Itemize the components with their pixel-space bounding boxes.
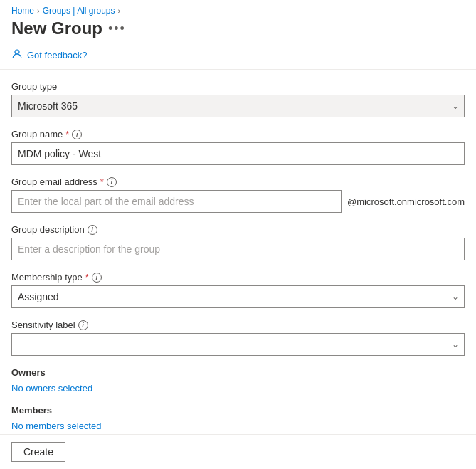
form-content: Group type Microsoft 365 Security Mail-e… — [0, 70, 476, 434]
membership-type-label: Membership type * i — [11, 272, 465, 283]
footer-bar: Create — [0, 434, 476, 469]
group-email-required: * — [100, 176, 104, 187]
email-domain: @microsoft.onmicrosoft.com — [347, 196, 465, 207]
membership-type-select-wrapper: Assigned Dynamic User Dynamic Device ⌄ — [11, 285, 465, 308]
owners-section-title: Owners — [11, 367, 465, 378]
create-button[interactable]: Create — [11, 442, 65, 462]
group-name-input[interactable] — [11, 142, 465, 165]
membership-type-select[interactable]: Assigned Dynamic User Dynamic Device — [11, 285, 465, 308]
page-title: New Group — [11, 19, 102, 38]
sensitivity-label-info-icon[interactable]: i — [78, 320, 88, 330]
breadcrumb-home[interactable]: Home — [11, 6, 34, 16]
no-owners-link[interactable]: No owners selected — [11, 383, 92, 394]
group-email-field: Group email address * i @microsoft.onmic… — [11, 176, 465, 213]
page-header: New Group ••• — [0, 16, 476, 44]
membership-type-field: Membership type * i Assigned Dynamic Use… — [11, 272, 465, 308]
svg-point-0 — [15, 50, 19, 54]
breadcrumb: Home › Groups | All groups › — [0, 0, 476, 16]
breadcrumb-groups[interactable]: Groups | All groups — [43, 6, 115, 16]
owners-section: Owners No owners selected — [11, 367, 465, 394]
sensitivity-label-select[interactable] — [11, 333, 465, 356]
group-name-field: Group name * i — [11, 129, 465, 165]
group-description-field: Group description i — [11, 224, 465, 260]
membership-type-required: * — [85, 272, 89, 283]
page-container: Home › Groups | All groups › New Group •… — [0, 0, 476, 469]
membership-type-info-icon[interactable]: i — [92, 273, 102, 283]
group-name-info-icon[interactable]: i — [72, 130, 82, 139]
group-description-input[interactable] — [11, 238, 465, 260]
members-section-title: Members — [11, 405, 465, 416]
members-section: Members No members selected — [11, 405, 465, 431]
group-type-label: Group type — [11, 81, 465, 92]
feedback-icon — [11, 48, 23, 62]
feedback-bar[interactable]: Got feedback? — [0, 44, 476, 70]
breadcrumb-sep-2: › — [118, 6, 121, 15]
breadcrumb-sep-1: › — [37, 6, 40, 15]
group-description-info-icon[interactable]: i — [88, 225, 97, 235]
feedback-label: Got feedback? — [27, 50, 88, 60]
group-email-input[interactable] — [11, 190, 342, 213]
group-name-label: Group name * i — [11, 129, 465, 139]
sensitivity-label-field: Sensitivity label i ⌄ — [11, 320, 465, 356]
group-type-field: Group type Microsoft 365 Security Mail-e… — [11, 81, 465, 117]
email-row: @microsoft.onmicrosoft.com — [11, 190, 465, 213]
group-email-info-icon[interactable]: i — [107, 177, 117, 187]
more-options-icon[interactable]: ••• — [108, 21, 126, 36]
sensitivity-label-select-wrapper: ⌄ — [11, 333, 465, 356]
group-type-select[interactable]: Microsoft 365 Security Mail-enabled secu… — [11, 95, 465, 117]
group-type-select-wrapper: Microsoft 365 Security Mail-enabled secu… — [11, 95, 465, 117]
group-name-required: * — [65, 129, 69, 139]
group-email-label: Group email address * i — [11, 176, 465, 187]
group-description-label: Group description i — [11, 224, 465, 235]
sensitivity-label-label: Sensitivity label i — [11, 320, 465, 330]
no-members-link[interactable]: No members selected — [11, 421, 101, 431]
